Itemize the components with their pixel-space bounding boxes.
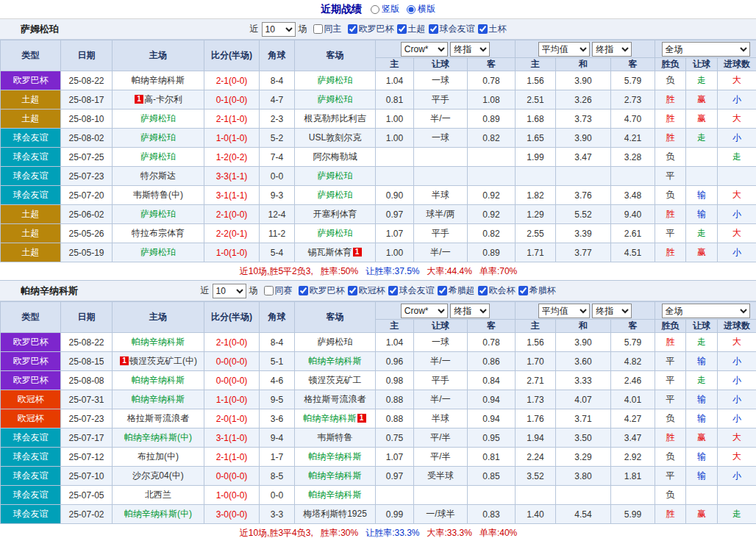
league-checkbox[interactable] [348, 24, 357, 34]
team-name[interactable]: 帕纳辛纳科斯 [132, 75, 185, 85]
score-cell[interactable]: 2-1(0-0) [204, 333, 260, 352]
team-name[interactable]: 阿尔梅勒城 [313, 151, 357, 162]
team-name[interactable]: 萨姆松珀 [318, 228, 353, 238]
same-competition-filter[interactable]: 同赛 [261, 284, 293, 297]
team-name[interactable]: 帕纳辛纳科斯 [132, 394, 185, 404]
score-cell[interactable]: 1-0(0-0) [204, 486, 260, 505]
score-cell[interactable]: 0-1(0-0) [204, 90, 260, 110]
league-filter-希腊杯[interactable]: 希腊杯 [516, 284, 556, 297]
score-cell[interactable]: 3-3(1-1) [204, 167, 260, 186]
team-name[interactable]: 帕纳辛纳科斯(中) [124, 509, 192, 519]
odds-source-select[interactable]: Crow* [401, 304, 448, 318]
league-checkbox[interactable] [429, 24, 438, 34]
team-name[interactable]: 布拉加(中) [138, 451, 179, 462]
team-name[interactable]: 格拉斯哥流浪者 [304, 394, 366, 404]
recent-count-select[interactable]: 10 [262, 22, 296, 37]
team-name[interactable]: 顿涅茨克矿工(中) [129, 356, 197, 366]
score-cell[interactable]: 2-0(1-0) [204, 409, 260, 428]
team-name[interactable]: 帕纳辛纳科斯 [309, 489, 362, 500]
league-filter-欧罗巴杯[interactable]: 欧罗巴杯 [296, 284, 345, 297]
same-home-filter[interactable]: 同主 [310, 23, 342, 35]
avg-source-select[interactable]: 平均值 [538, 42, 590, 57]
team-name[interactable]: 梅塔利斯特1925 [303, 509, 367, 519]
score-cell[interactable]: 1-0(1-0) [204, 243, 260, 262]
league-checkbox[interactable] [397, 24, 407, 34]
team-name[interactable]: 萨姆松珀 [318, 75, 353, 85]
score-cell[interactable]: 3-0(0-0) [204, 505, 260, 524]
score-cell[interactable]: 0-0(0-0) [204, 371, 260, 390]
league-filter-希腊超[interactable]: 希腊超 [435, 284, 475, 297]
score-cell[interactable]: 0-0(0-0) [204, 467, 260, 486]
league-checkbox[interactable] [518, 286, 528, 295]
league-checkbox[interactable] [348, 286, 357, 295]
view-mode-option-竖版[interactable]: 竖版 [371, 3, 399, 15]
team-name[interactable]: 格拉斯哥流浪者 [127, 413, 189, 423]
team-name[interactable]: 韦斯特鲁(中) [133, 190, 183, 200]
team-name[interactable]: 沙尔克04(中) [132, 470, 183, 481]
league-checkbox[interactable] [478, 286, 488, 295]
league-filter-土超[interactable]: 土超 [394, 23, 426, 35]
team-name[interactable]: 萨姆松珀 [140, 209, 176, 219]
score-cell[interactable]: 1-2(0-2) [204, 148, 260, 167]
same-competition-checkbox[interactable] [264, 286, 274, 295]
score-cell[interactable]: 1-0(1-0) [204, 129, 260, 148]
recent-count-select[interactable]: 10 [213, 284, 246, 298]
team-name[interactable]: 帕纳辛纳科斯 [309, 356, 362, 366]
team-name[interactable]: 萨姆松珀 [140, 151, 176, 162]
team-name[interactable]: 帕纳辛纳科斯 [309, 470, 362, 481]
league-filter-欧冠杯[interactable]: 欧冠杯 [345, 284, 385, 297]
score-cell[interactable]: 3-1(1-0) [204, 428, 260, 448]
odds-source-select[interactable]: Crow* [401, 42, 448, 57]
score-cell[interactable]: 1-1(0-0) [204, 390, 260, 409]
team-name[interactable]: 帕纳辛纳科斯(中) [124, 432, 192, 442]
team-name[interactable]: 北西兰 [145, 489, 171, 500]
team-name[interactable]: 萨姆松珀 [318, 94, 353, 104]
team-name[interactable]: 萨姆松珀 [318, 171, 353, 181]
team-name[interactable]: 萨姆松珀 [140, 247, 176, 257]
team-name[interactable]: 特拉布宗体育 [132, 228, 185, 238]
avg-kind-select[interactable]: 终指 [592, 42, 632, 57]
scope-select[interactable]: 全场 [662, 304, 750, 318]
team-name[interactable]: 萨姆松珀 [140, 132, 176, 143]
score-cell[interactable]: 2-1(0-0) [204, 71, 260, 90]
team-name[interactable]: 萨姆松珀 [318, 190, 353, 200]
odds-kind-select[interactable]: 终指 [450, 42, 490, 57]
team-name[interactable]: 特尔斯达 [140, 171, 176, 181]
view-mode-radio[interactable] [407, 5, 416, 14]
team-name[interactable]: 帕纳辛纳科斯 [132, 337, 185, 347]
team-name[interactable]: 锡瓦斯体育 [308, 247, 352, 257]
score-cell[interactable]: 2-2(0-1) [204, 224, 260, 243]
league-filter-球会友谊[interactable]: 球会友谊 [426, 23, 475, 35]
team-name[interactable]: 顿涅茨克矿工 [309, 375, 362, 385]
team-name[interactable]: 韦斯特鲁 [318, 432, 353, 442]
league-checkbox[interactable] [299, 286, 308, 295]
score-cell[interactable]: 2-1(1-0) [204, 448, 260, 467]
score-cell[interactable]: 2-1(0-0) [204, 205, 260, 224]
team-name[interactable]: USL敦刻尔克 [309, 132, 361, 143]
avg-source-select[interactable]: 平均值 [538, 304, 590, 318]
view-mode-radio[interactable] [371, 5, 379, 14]
team-name[interactable]: 开塞利体育 [313, 209, 357, 219]
view-mode-option-横版[interactable]: 横版 [407, 3, 435, 15]
team-name[interactable]: 萨姆松珀 [318, 337, 353, 347]
league-checkbox[interactable] [388, 286, 398, 295]
avg-kind-select[interactable]: 终指 [592, 304, 632, 318]
score-cell[interactable]: 2-1(1-0) [204, 110, 260, 129]
team-name[interactable]: 高-卡尔利 [144, 94, 182, 104]
team-name[interactable]: 帕纳辛纳科斯 [309, 451, 362, 462]
same-home-checkbox[interactable] [313, 24, 323, 34]
league-checkbox[interactable] [438, 286, 447, 295]
score-cell[interactable]: 0-0(0-0) [204, 352, 260, 371]
league-checkbox[interactable] [478, 24, 488, 34]
league-filter-欧会杯[interactable]: 欧会杯 [475, 284, 516, 297]
scope-select[interactable]: 全场 [662, 42, 750, 57]
team-name[interactable]: 根克勒邦比利吉 [304, 113, 366, 123]
team-name[interactable]: 帕纳辛纳科斯 [304, 413, 357, 423]
league-filter-欧罗巴杯[interactable]: 欧罗巴杯 [345, 23, 394, 35]
odds-kind-select[interactable]: 终指 [450, 304, 490, 318]
team-name[interactable]: 帕纳辛纳科斯 [132, 375, 185, 385]
score-cell[interactable]: 3-1(1-1) [204, 186, 260, 205]
team-name[interactable]: 萨姆松珀 [140, 113, 176, 123]
league-filter-球会友谊[interactable]: 球会友谊 [385, 284, 435, 297]
league-filter-土杯[interactable]: 土杯 [475, 23, 507, 35]
